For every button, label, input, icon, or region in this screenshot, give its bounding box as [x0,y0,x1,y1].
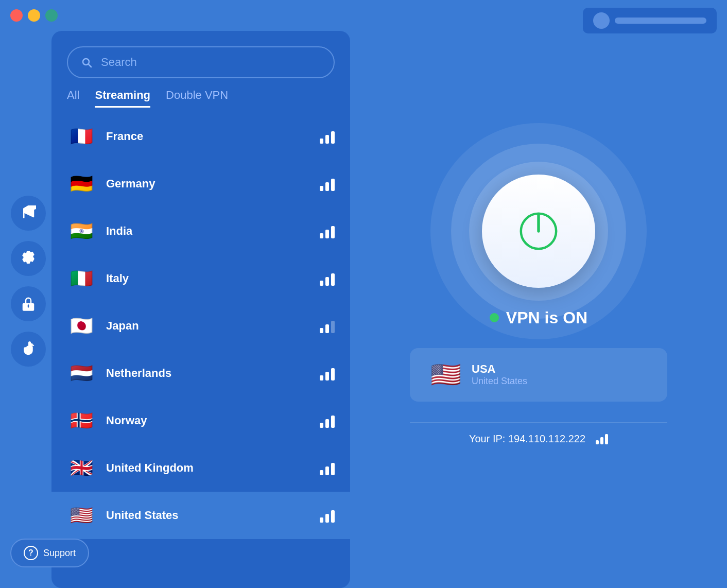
search-bar[interactable] [67,46,335,78]
country-name: Japan [106,319,320,333]
signal-bars [320,366,335,381]
country-name: India [106,224,320,238]
country-list: 🇫🇷France🇩🇪Germany🇮🇳India🇮🇹Italy🇯🇵Japan🇳🇱… [51,113,350,588]
maximize-button[interactable] [45,9,58,22]
sidebar [0,31,57,588]
country-name: United Kingdom [106,461,320,475]
flag-icon: 🇺🇸 [67,501,96,530]
country-name: United States [106,509,320,522]
signal-bars [320,271,335,286]
country-item-united-kingdom[interactable]: 🇬🇧United Kingdom [51,444,350,492]
power-icon [515,208,562,254]
hand-icon [21,341,36,357]
flag-icon: 🇯🇵 [67,312,96,340]
flag-icon: 🇳🇴 [67,406,96,435]
signal-bars [320,224,335,238]
ip-bar-3 [605,434,608,444]
tab-all[interactable]: All [67,89,79,108]
country-name: Italy [106,272,320,285]
search-icon [80,56,93,68]
country-panel: All Streaming Double VPN 🇫🇷France🇩🇪Germa… [51,31,350,588]
country-name: France [106,130,320,143]
power-container [482,175,595,288]
location-info: USA United States [472,362,647,387]
tab-streaming[interactable]: Streaming [95,89,150,108]
sidebar-item-block[interactable] [11,332,46,367]
search-input[interactable] [101,56,321,69]
ip-bar-2 [600,437,603,444]
country-item-italy[interactable]: 🇮🇹Italy [51,255,350,302]
flag-icon: 🇫🇷 [67,122,96,151]
location-country-code: USA [472,362,647,376]
support-label: Support [43,548,76,559]
help-icon: ? [24,546,38,560]
traffic-lights [10,9,58,22]
country-item-india[interactable]: 🇮🇳India [51,207,350,255]
location-card[interactable]: 🇺🇸 USA United States [410,348,667,402]
signal-bars [320,508,335,523]
sidebar-item-privacy[interactable] [11,286,46,321]
tab-double-vpn[interactable]: Double VPN [166,89,228,108]
main-area: VPN is ON 🇺🇸 USA United States Your IP: … [350,31,727,588]
signal-bars [320,129,335,144]
country-name: Germany [106,177,320,191]
location-country-name: United States [472,376,647,387]
flag-icon: 🇳🇱 [67,359,96,388]
signal-bars [320,177,335,191]
location-flag-icon: 🇺🇸 [430,360,461,389]
country-item-germany[interactable]: 🇩🇪Germany [51,160,350,207]
user-info-text [615,18,706,24]
country-item-japan[interactable]: 🇯🇵Japan [51,302,350,350]
user-account-button[interactable] [583,8,717,33]
flag-icon: 🇬🇧 [67,454,96,482]
flag-icon: 🇮🇳 [67,217,96,246]
signal-bars [320,319,335,333]
signal-bars [320,461,335,475]
power-button[interactable] [482,175,595,288]
ip-bar-1 [596,440,599,444]
country-item-france[interactable]: 🇫🇷France [51,113,350,160]
flag-icon: 🇩🇪 [67,169,96,198]
country-item-united-states[interactable]: 🇺🇸United States [51,492,350,539]
user-avatar-icon [593,12,610,29]
signal-bars [320,413,335,428]
flag-icon: 🇮🇹 [67,264,96,293]
sidebar-item-flag[interactable] [11,196,46,231]
country-item-norway[interactable]: 🇳🇴Norway [51,397,350,444]
support-button[interactable]: ? Support [10,539,89,567]
ip-row: Your IP: 194.110.112.222 [410,422,667,445]
country-item-netherlands[interactable]: 🇳🇱Netherlands [51,350,350,397]
sidebar-item-settings[interactable] [11,241,46,276]
flag-icon [21,205,36,221]
country-name: Netherlands [106,367,320,380]
title-bar [0,0,727,31]
ip-signal-icon [596,433,608,444]
tabs-bar: All Streaming Double VPN [51,89,350,108]
lock-icon [21,296,36,312]
close-button[interactable] [10,9,23,22]
ip-label: Your IP: 194.110.112.222 [469,433,585,445]
country-name: Norway [106,414,320,427]
settings-icon [21,251,36,266]
minimize-button[interactable] [28,9,40,22]
